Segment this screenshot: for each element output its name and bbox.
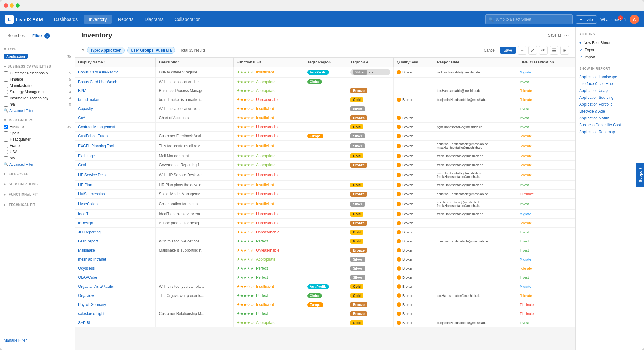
type-application-tag[interactable]: Application xyxy=(4,54,28,59)
biz-cap-check-3[interactable] xyxy=(4,90,8,94)
cell-name[interactable]: Exchange xyxy=(75,152,156,161)
whats-new-button[interactable]: What's new 9 xyxy=(600,17,621,22)
table-row[interactable]: HutSut meshlab Social Media Manageme... … xyxy=(75,190,575,199)
report-link-0[interactable]: Application Landscape xyxy=(579,73,640,80)
nav-dashboards[interactable]: Dashboards xyxy=(49,15,83,24)
col-region[interactable]: Tags: Region xyxy=(304,58,347,67)
biz-cap-check-5[interactable] xyxy=(4,102,8,107)
user-group-check-1[interactable] xyxy=(4,131,8,135)
cell-name[interactable]: IdealT xyxy=(75,210,156,219)
col-description[interactable]: Description xyxy=(156,58,233,67)
table-row[interactable]: Odysseus ★★★★★ Perfect Silver i Broken T… xyxy=(75,264,575,273)
user-group-check-4[interactable] xyxy=(4,150,8,154)
search-bar[interactable]: 🔍 Jump to a Fact Sheet xyxy=(485,14,573,24)
report-link-8[interactable]: Application Roadmap xyxy=(579,128,640,135)
report-link-4[interactable]: Application Portfolio xyxy=(579,101,640,108)
logo[interactable]: L LeanIX EAM xyxy=(5,15,43,24)
nav-diagrams[interactable]: Diagrams xyxy=(140,15,169,24)
cancel-button[interactable]: Cancel xyxy=(481,47,498,54)
table-row[interactable]: Contract Management ★★★☆☆ Unreasonable G… xyxy=(75,122,575,132)
col-functional-fit[interactable]: Functional Fit xyxy=(233,58,304,67)
biz-cap-advanced-filter[interactable]: 🔍Advanced Filter xyxy=(4,108,71,113)
table-row[interactable]: JIT Reporting ★★★☆☆ Unreasonable Gold i … xyxy=(75,228,575,237)
table-row[interactable]: BPM Business Process Manage... ★★★★☆ App… xyxy=(75,86,575,95)
help-button[interactable]: ? xyxy=(624,17,626,22)
cell-name[interactable]: meshlab Intranet xyxy=(75,255,156,264)
cell-name[interactable]: LeanReport xyxy=(75,237,156,246)
report-link-2[interactable]: Application Usage xyxy=(579,87,640,94)
col-responsible[interactable]: Responsible xyxy=(434,58,516,67)
cell-name[interactable]: brand maker xyxy=(75,95,156,104)
table-row[interactable]: Bonus Card Asia/Pacific Due to different… xyxy=(75,67,575,78)
cell-name[interactable]: CoA xyxy=(75,113,156,122)
cell-name[interactable]: Bonus Card Asia/Pacific xyxy=(75,67,156,78)
report-link-6[interactable]: Application Matrix xyxy=(579,115,640,122)
table-row[interactable]: Orgaview The Orgaviewer presents... ★★★★… xyxy=(75,291,575,300)
cell-name[interactable]: HypeCollab xyxy=(75,199,156,210)
cell-name[interactable]: HR Plan xyxy=(75,181,156,190)
import-action[interactable]: ↙ Import xyxy=(579,53,640,61)
cell-name[interactable]: OLAPCube xyxy=(75,273,156,282)
avatar[interactable]: A xyxy=(630,15,639,24)
table-row[interactable]: HP Service Desk With HP Service Desk we … xyxy=(75,170,575,181)
table-row[interactable]: meshlab Intranet ★★★★☆ Appropriate Silve… xyxy=(75,255,575,264)
cell-name[interactable]: salesforce Light xyxy=(75,309,156,318)
cell-name[interactable]: Capacity xyxy=(75,104,156,113)
table-row[interactable]: CoA Chart of Accounts ★★★☆☆ Insufficient… xyxy=(75,113,575,122)
lifecycle-title[interactable]: LIFECYCLE xyxy=(4,172,71,176)
report-link-5[interactable]: Lifecycle & Age xyxy=(579,108,640,115)
table-row[interactable]: salesforce Light Customer Relationship M… xyxy=(75,309,575,318)
expand-icon[interactable]: ⤢ xyxy=(528,46,537,55)
tab-filter[interactable]: Filter 2 xyxy=(28,31,54,41)
col-display-name[interactable]: Display Name ↑ xyxy=(75,58,156,67)
table-row[interactable]: OLAPCube ★★★★★ Perfect Silver i Broken I… xyxy=(75,273,575,282)
biz-cap-check-2[interactable] xyxy=(4,84,8,88)
biz-cap-title[interactable]: BUSINESS CAPABILITIES xyxy=(4,65,71,68)
maximize-button[interactable] xyxy=(16,3,20,8)
nav-collaboration[interactable]: Collaboration xyxy=(170,15,206,24)
cell-name[interactable]: EXCEL Planning Tool xyxy=(75,141,156,152)
table-row[interactable]: EXCEL Planning Tool This tool contains a… xyxy=(75,141,575,152)
table-row[interactable]: InDesign Adobe product for desig... ★★★☆… xyxy=(75,219,575,228)
cell-name[interactable]: HutSut meshlab xyxy=(75,190,156,199)
eye-icon[interactable]: 👁 xyxy=(539,46,548,55)
user-group-check-2[interactable] xyxy=(4,138,8,142)
cell-name[interactable]: Orgaview xyxy=(75,291,156,300)
user-group-check-3[interactable] xyxy=(4,144,8,148)
cell-name[interactable]: Govi xyxy=(75,161,156,170)
cell-name[interactable]: Mailsnake xyxy=(75,246,156,255)
refresh-icon[interactable]: ↻ xyxy=(81,48,84,52)
nav-inventory[interactable]: Inventory xyxy=(84,15,112,24)
col-time[interactable]: TIME Classification xyxy=(516,58,575,67)
table-row[interactable]: Orgaplan Asia/Pacific With this tool you… xyxy=(75,282,575,291)
more-icon[interactable]: ⋯ xyxy=(564,32,569,38)
cell-sla[interactable]: Silver×▾ xyxy=(347,67,393,78)
tab-searches[interactable]: Searches xyxy=(4,31,28,41)
table-row[interactable]: IdealT IdealT enables every em... ★★★☆☆ … xyxy=(75,210,575,219)
table-row[interactable]: Capacity With this application you... ★★… xyxy=(75,104,575,113)
functional-fit-title[interactable]: FUNCTIONAL FIT xyxy=(4,193,71,196)
table-row[interactable]: CustEchoe Europe Customer Feedback Anal.… xyxy=(75,132,575,141)
subscriptions-title[interactable]: SUBSCRIPTIONS xyxy=(4,182,71,186)
manage-filter-link[interactable]: Manage Filter xyxy=(0,334,75,346)
cell-name[interactable]: BPM xyxy=(75,86,156,95)
cell-name[interactable]: Contract Management xyxy=(75,122,156,132)
type-section-title[interactable]: TYPE xyxy=(4,48,71,51)
user-group-check-5[interactable] xyxy=(4,156,8,160)
type-filter-tag[interactable]: Type: Application xyxy=(87,47,125,54)
biz-cap-check-4[interactable] xyxy=(4,96,8,100)
group-filter-tag[interactable]: User Groups: Australia xyxy=(127,47,175,54)
columns-icon[interactable]: ↔ xyxy=(518,46,526,55)
cell-name[interactable]: InDesign xyxy=(75,219,156,228)
col-quality[interactable]: Quality Seal xyxy=(394,58,434,67)
table-row[interactable]: brand maker brand maker is a marketi... … xyxy=(75,95,575,104)
user-group-check-0[interactable] xyxy=(4,125,8,129)
save-as-button[interactable]: Save as xyxy=(548,33,561,38)
table-row[interactable]: HypeCollab Collaboration for idea a... ★… xyxy=(75,199,575,210)
invite-button[interactable]: + Invite xyxy=(576,15,597,24)
col-sla[interactable]: Tags: SLA xyxy=(347,58,393,67)
table-row[interactable]: Payroll Germany ★★★☆☆ Insufficient Europ… xyxy=(75,300,575,309)
cell-name[interactable]: Payroll Germany xyxy=(75,300,156,309)
report-link-1[interactable]: Interface Circle Map xyxy=(579,80,640,87)
list-icon[interactable]: ☰ xyxy=(550,46,558,55)
